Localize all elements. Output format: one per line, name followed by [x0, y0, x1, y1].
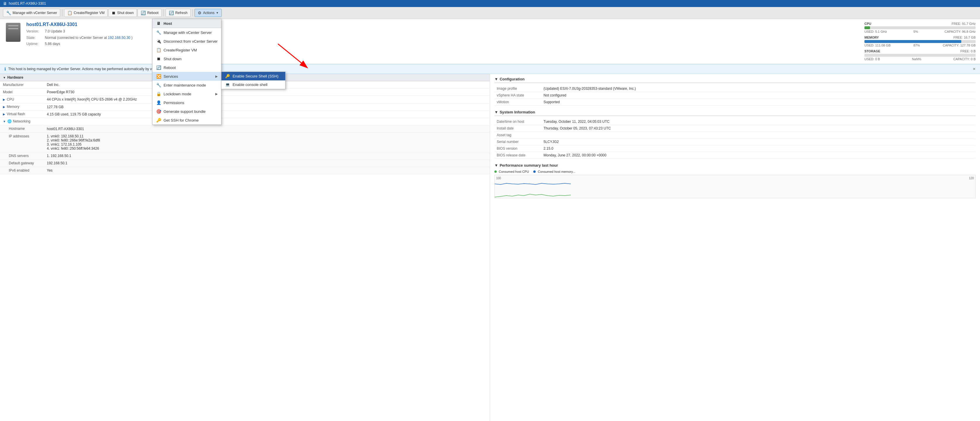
config-arrow-icon: ▼ — [495, 77, 498, 81]
menu-shutdown-icon: ⏹ — [156, 56, 161, 61]
table-row: IP addresses 1. vmk0: 192.168.50.11 2. v… — [0, 132, 490, 152]
menu-item-support-bundle[interactable]: 🎯 Generate support bundle — [153, 107, 221, 116]
manufacturer-label: Manufacturer — [0, 81, 44, 89]
menu-reboot-label: Reboot — [164, 65, 176, 70]
info-banner-close[interactable]: ✕ — [973, 67, 975, 71]
cpu-legend-dot — [495, 170, 497, 173]
memory-legend-item: Consumed host memory... — [533, 170, 575, 173]
memory-capacity: CAPACITY: 127.78 GB — [943, 44, 975, 47]
cpu-legend-item: Consumed host CPU — [495, 170, 529, 173]
install-date-label: Install date — [495, 125, 541, 132]
datetime-value: Tuesday, October 11, 2022, 04:05:03 UTC — [541, 118, 975, 125]
memory-expand-icon[interactable]: ▶ — [3, 105, 5, 108]
hardware-table: Manufacturer Dell Inc. Model PowerEdge R… — [0, 81, 490, 174]
shutdown-icon: ⏹ — [111, 11, 116, 15]
vflash-expand-icon[interactable]: ▶ — [3, 113, 5, 116]
storage-label-text: STORAGE — [864, 49, 880, 53]
menu-item-reboot[interactable]: 🔄 Reboot — [153, 63, 221, 72]
storage-label: STORAGE FREE: 0 B — [864, 49, 975, 53]
model-label: Model — [0, 89, 44, 96]
performance-svg — [495, 175, 975, 198]
services-submenu: 🔑 Enable Secure Shell (SSH) 💻 Enable con… — [221, 71, 286, 89]
menu-ssh-chrome-icon: 🔑 — [156, 118, 161, 122]
cpu-legend-label: Consumed host CPU — [499, 170, 529, 173]
menu-item-services[interactable]: 🔀 Services ▶ 🔑 Enable Secure Shell (SSH)… — [153, 72, 221, 81]
memory-bar-bg — [864, 40, 975, 43]
main-content: host01.RT-AX86U-3301 Version: 7.0 Update… — [0, 19, 980, 421]
menu-item-maintenance[interactable]: 🔧 Enter maintenance mode — [153, 81, 221, 89]
table-row: BIOS release date Monday, June 27, 2022,… — [495, 152, 975, 159]
cpu-label: CPU FREE: 91.7 GHz — [864, 22, 975, 25]
menu-item-shutdown[interactable]: ⏹ Shut down — [153, 54, 221, 63]
image-profile-value: (Updated) ESXi-7.0U3g-20328353-standard … — [541, 85, 975, 92]
lockdown-submenu-arrow: ▶ — [215, 92, 218, 96]
cpu-label-text: CPU — [864, 22, 871, 25]
table-row: BIOS version 2.15.0 — [495, 145, 975, 152]
submenu-item-enable-ssh[interactable]: 🔑 Enable Secure Shell (SSH) — [221, 72, 285, 80]
ssh-icon: 🔑 — [225, 74, 230, 78]
menu-item-lockdown[interactable]: 🔒 Lockdown mode ▶ — [153, 89, 221, 98]
asset-tag-value — [541, 132, 975, 138]
manage-vcenter-icon: 🔧 — [6, 11, 11, 15]
actions-button[interactable]: ⚙ Actions ▼ — [194, 9, 222, 17]
refresh-icon: 🔃 — [169, 11, 174, 15]
resource-panel: CPU FREE: 91.7 GHz USED: 5.1 GHz 5% CAPA… — [864, 22, 975, 61]
bios-version-label: BIOS version — [495, 145, 541, 152]
storage-capacity: CAPACITY: 0 B — [953, 57, 975, 61]
actions-chevron-icon: ▼ — [216, 11, 218, 14]
menu-maintenance-label: Enter maintenance mode — [164, 83, 206, 87]
toolbar: 🔧 Manage with vCenter Server 📋 Create/Re… — [0, 7, 980, 19]
table-row: IPv6 enabled Yes — [0, 167, 490, 174]
submenu-item-enable-console[interactable]: 💻 Enable console shell — [221, 80, 285, 89]
chart-y-label2: 120 — [969, 176, 974, 180]
create-vm-button[interactable]: 📋 Create/Register VM — [64, 9, 108, 17]
left-panel: ▼ Hardware Manufacturer Dell Inc. Model … — [0, 74, 490, 421]
hardware-arrow-icon: ▼ — [3, 76, 6, 79]
table-row: Install date Thursday, October 05, 2023,… — [495, 125, 975, 132]
chart-y-label: 100 — [496, 176, 501, 180]
storage-resource: STORAGE FREE: 0 B USED: 0 B NaN% CAPACIT… — [864, 49, 975, 61]
table-row: Default gateway 192.168.50.1 — [0, 159, 490, 167]
menu-lockdown-label: Lockdown mode — [164, 92, 191, 96]
storage-used: USED: 0 B — [864, 57, 880, 61]
vcenter-ip-link[interactable]: 192.168.50.30 — [108, 36, 130, 40]
cpu-expand-icon[interactable]: ▶ — [3, 98, 5, 101]
ip-label: IP addresses — [0, 132, 44, 152]
gateway-value: 192.168.50.1 — [44, 159, 490, 167]
menu-item-create-vm[interactable]: 📋 Create/Register VM — [153, 46, 221, 54]
networking-expand-icon[interactable]: ▼ — [3, 120, 6, 123]
server-image — [6, 23, 21, 42]
vmotion-value: Supported — [541, 99, 975, 106]
performance-title: ▼ Performance summary last hour — [495, 163, 975, 167]
reboot-button[interactable]: 🔄 Reboot — [137, 9, 162, 17]
menu-manage-label: Manage with vCenter Server — [164, 30, 212, 35]
table-row: Hostname host01.RT-AX86U-3301 — [0, 125, 490, 132]
ipv6-value: Yes — [44, 167, 490, 174]
menu-services-label: Services — [164, 74, 178, 79]
shutdown-button[interactable]: ⏹ Shut down — [108, 9, 137, 17]
ip-value: 1. vmk0: 192.168.50.11 2. vmk0: fe80::26… — [44, 132, 490, 152]
refresh-button[interactable]: 🔃 Refresh — [165, 9, 191, 17]
enable-console-label: Enable console shell — [232, 83, 267, 87]
refresh-label: Refresh — [175, 11, 188, 15]
cpu-used: USED: 5.1 GHz — [864, 30, 887, 33]
actions-label: Actions — [203, 11, 215, 15]
host-uptime: 5.86 days — [45, 42, 60, 46]
menu-item-manage-vcenter[interactable]: 🔧 Manage with vCenter Server — [153, 28, 221, 37]
cpu-value: 44 CPUs x Intel(R) Xeon(R) CPU E5-2696 v… — [44, 96, 490, 103]
memory-meta: USED: 111.08 GB 87% CAPACITY: 127.78 GB — [864, 44, 975, 47]
gateway-label: Default gateway — [0, 159, 44, 167]
table-row: Serial number 5LCYJG2 — [495, 138, 975, 145]
manage-vcenter-button[interactable]: 🔧 Manage with vCenter Server — [3, 9, 60, 17]
host-version: 7.0 Update 3 — [45, 29, 65, 33]
menu-disconnect-icon: 🔌 — [156, 39, 161, 44]
menu-shutdown-label: Shut down — [164, 57, 181, 61]
memory-row-label: ▶ Memory — [0, 103, 44, 111]
menu-item-permissions[interactable]: 👤 Permissions — [153, 98, 221, 107]
menu-item-ssh-chrome[interactable]: 🔑 Get SSH for Chrome — [153, 116, 221, 124]
menu-item-disconnect[interactable]: 🔌 Disconnect from vCenter Server — [153, 37, 221, 46]
host-icon-area — [5, 22, 22, 42]
ha-state-value: Not configured — [541, 92, 975, 99]
host-info: host01.RT-AX86U-3301 Version: 7.0 Update… — [26, 22, 860, 48]
table-row: ▶ Memory 127.78 GB — [0, 103, 490, 111]
